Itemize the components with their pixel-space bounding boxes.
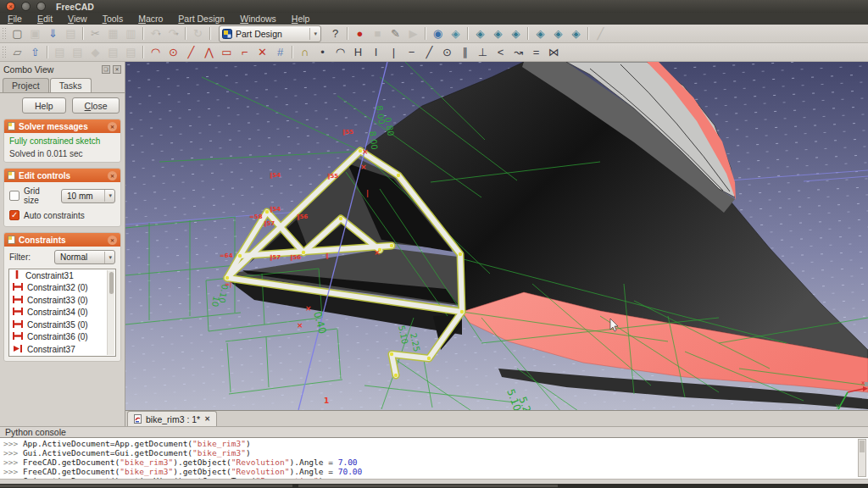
sketch-feature-1-button[interactable]: ▤ bbox=[51, 44, 69, 61]
toolbar-handle[interactable] bbox=[2, 27, 6, 40]
window-minimize-button[interactable] bbox=[21, 2, 31, 11]
document-tab[interactable]: bike_rim3 : 1* ✕ bbox=[127, 411, 217, 426]
menu-file[interactable]: File bbox=[0, 13, 30, 25]
undo-button[interactable]: ↶▾ bbox=[147, 25, 164, 42]
constraint-list-item[interactable]: Constraint35 (0) bbox=[9, 319, 115, 331]
view-front-button[interactable]: ◈ bbox=[471, 25, 489, 42]
python-console[interactable]: >>> App.ActiveDocument=App.getDocument("… bbox=[0, 437, 868, 479]
view-left-button[interactable]: ◈ bbox=[567, 25, 585, 42]
chevron-down-icon[interactable]: ▾ bbox=[175, 25, 178, 42]
section-close-icon[interactable]: ✕ bbox=[108, 236, 117, 245]
constrain-vertical-distance-button[interactable]: I bbox=[367, 44, 385, 61]
constrain-horizontal-button[interactable]: − bbox=[403, 44, 420, 61]
sketch-feature-3-button[interactable]: ◆ bbox=[86, 44, 104, 61]
create-fillet-button[interactable]: ⌐ bbox=[236, 44, 253, 61]
create-arc-button[interactable]: ◠ bbox=[147, 44, 164, 61]
help-button[interactable]: Help bbox=[22, 97, 66, 114]
open-file-button[interactable]: ▣ bbox=[26, 25, 44, 42]
create-polyline-button[interactable]: ⋀ bbox=[200, 44, 218, 61]
toolbar-handle[interactable] bbox=[2, 46, 6, 58]
constrain-vertical-button[interactable]: | bbox=[385, 44, 403, 61]
panel-close-icon[interactable]: ✕ bbox=[113, 65, 121, 74]
3d-viewport[interactable]: 8.000.808.000.405.102.255.105.25100.10××… bbox=[125, 62, 868, 410]
menu-tools[interactable]: Tools bbox=[95, 13, 131, 25]
constrain-tangent-button[interactable]: < bbox=[492, 44, 509, 61]
constraint-list-item[interactable]: Constraint37 bbox=[9, 343, 115, 356]
constraint-list-item[interactable]: Constraint32 (0) bbox=[9, 282, 115, 295]
create-rectangle-button[interactable]: ▭ bbox=[218, 44, 236, 61]
menu-view[interactable]: View bbox=[60, 13, 95, 25]
console-scrollbar[interactable] bbox=[858, 439, 866, 477]
view-bottom-button[interactable]: ◈ bbox=[549, 25, 567, 42]
refresh-button[interactable]: ↻ bbox=[189, 25, 207, 42]
panel-float-icon[interactable]: ❏ bbox=[102, 65, 110, 74]
menu-edit[interactable]: Edit bbox=[30, 13, 60, 25]
macro-stop-button[interactable]: ■ bbox=[369, 25, 387, 42]
tab-tasks[interactable]: Tasks bbox=[50, 78, 92, 92]
view-right-button[interactable]: ◈ bbox=[507, 25, 525, 42]
section-close-icon[interactable]: ✕ bbox=[108, 171, 117, 180]
constraint-list[interactable]: Constraint31Constraint32 (0)Constraint33… bbox=[8, 269, 116, 357]
view-fit-all-button[interactable]: ◉ bbox=[429, 25, 447, 42]
constrain-parallel-button[interactable]: ∥ bbox=[456, 44, 474, 61]
view-sketch-button[interactable]: ▱ bbox=[8, 44, 26, 61]
copy-button[interactable]: ▦ bbox=[104, 25, 122, 42]
python-console-header[interactable]: Python console bbox=[0, 426, 868, 437]
constrain-perpendicular-button[interactable]: ⊥ bbox=[474, 44, 492, 61]
constraint-list-item[interactable]: Constraint34 (0) bbox=[9, 307, 115, 319]
constrain-equal-button[interactable]: = bbox=[527, 44, 545, 61]
create-circle-button[interactable]: ⊙ bbox=[164, 44, 182, 61]
menu-part-design[interactable]: Part Design bbox=[170, 13, 232, 25]
tab-project[interactable]: Project bbox=[3, 78, 49, 92]
window-maximize-button[interactable] bbox=[36, 2, 46, 11]
cut-button[interactable]: ✂ bbox=[86, 25, 104, 42]
new-file-button[interactable]: ▢ bbox=[8, 25, 26, 42]
save-file-button[interactable]: ⇓ bbox=[44, 25, 62, 42]
whats-this-button[interactable]: ? bbox=[326, 25, 344, 42]
constrain-lock-button[interactable]: ∩ bbox=[296, 44, 314, 61]
macro-record-button[interactable]: ● bbox=[351, 25, 369, 42]
auto-constraints-checkbox[interactable] bbox=[9, 210, 19, 220]
constraint-list-item[interactable]: Constraint33 (0) bbox=[9, 294, 115, 307]
section-close-icon[interactable]: ✕ bbox=[108, 122, 117, 131]
close-button[interactable]: Close bbox=[72, 97, 120, 114]
paste-button[interactable]: ▥ bbox=[122, 25, 140, 42]
filter-select[interactable]: Normal ▾ bbox=[54, 250, 115, 264]
grid-size-checkbox[interactable] bbox=[9, 191, 19, 201]
view-axonometric-button[interactable]: ◈ bbox=[447, 25, 465, 42]
sketch-feature-5-button[interactable]: ▤ bbox=[122, 44, 140, 61]
constrain-point-on-object-button[interactable]: ◠ bbox=[331, 44, 349, 61]
constraints-header[interactable]: Constraints ✕ bbox=[4, 233, 120, 247]
constraint-list-item[interactable]: Constraint31 bbox=[9, 269, 115, 282]
view-top-button[interactable]: ◈ bbox=[489, 25, 507, 42]
workbench-selector[interactable]: Part Design ▾ bbox=[219, 25, 321, 42]
view-rear-button[interactable]: ◈ bbox=[531, 25, 549, 42]
window-close-button[interactable]: ✕ bbox=[6, 2, 15, 11]
macro-run-button[interactable]: ▶ bbox=[404, 25, 422, 42]
constraint-list-item[interactable]: Constraint36 (0) bbox=[9, 331, 115, 344]
scrollbar-thumb[interactable] bbox=[109, 272, 114, 294]
sketch-feature-2-button[interactable]: ▤ bbox=[69, 44, 86, 61]
scrollbar[interactable] bbox=[107, 270, 114, 355]
constrain-coincident-button[interactable]: • bbox=[314, 44, 331, 61]
chevron-down-icon[interactable]: ▾ bbox=[158, 25, 160, 42]
measure-distance-button[interactable]: ╱ bbox=[592, 25, 609, 42]
macro-edit-button[interactable]: ✎ bbox=[387, 25, 404, 42]
menu-macro[interactable]: Macro bbox=[131, 13, 170, 25]
edit-controls-header[interactable]: Edit controls ✕ bbox=[4, 169, 120, 182]
print-button[interactable]: ▤ bbox=[62, 25, 80, 42]
solver-messages-header[interactable]: Solver messages ✕ bbox=[4, 119, 120, 133]
create-line-button[interactable]: ╱ bbox=[182, 44, 200, 61]
grid-size-select[interactable]: 10 mm ▾ bbox=[61, 189, 115, 203]
trim-edge-button[interactable]: ✕ bbox=[253, 44, 271, 61]
constrain-snell-button[interactable]: ↝ bbox=[509, 44, 527, 61]
tab-close-icon[interactable]: ✕ bbox=[204, 415, 210, 423]
constrain-radius-button[interactable]: ⊙ bbox=[438, 44, 456, 61]
console-scrollbar-thumb[interactable] bbox=[860, 441, 865, 452]
leave-sketch-button[interactable]: ⇧ bbox=[26, 44, 44, 61]
menu-help[interactable]: Help bbox=[284, 13, 318, 25]
redo-button[interactable]: ↷▾ bbox=[164, 25, 182, 42]
constrain-symmetric-button[interactable]: ⋈ bbox=[545, 44, 563, 61]
menu-windows[interactable]: Windows bbox=[232, 13, 284, 25]
sketch-feature-4-button[interactable]: ▤ bbox=[104, 44, 122, 61]
